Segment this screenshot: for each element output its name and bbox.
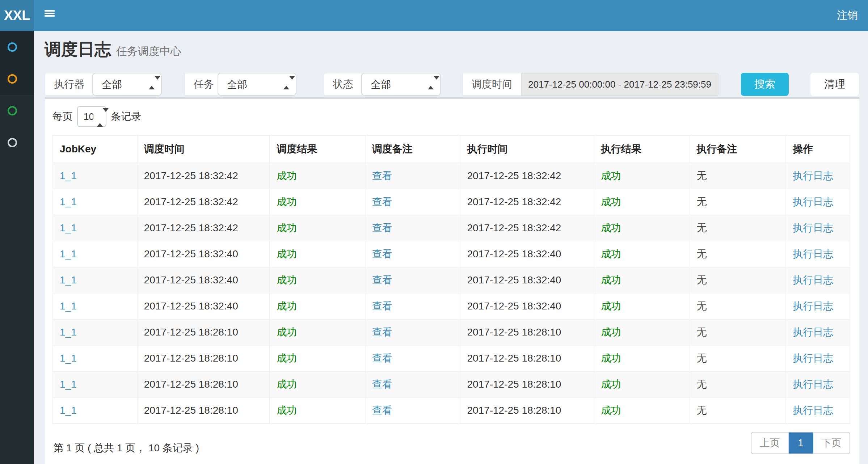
handle-result-cell: 成功 [601, 300, 621, 312]
job-key-link[interactable]: 1_1 [60, 196, 77, 207]
handle-msg-cell: 无 [697, 353, 707, 364]
main-content: 调度日志任务调度中心 执行器 全部 任务 全部 状态 [34, 31, 868, 464]
execution-log-link[interactable]: 执行日志 [793, 300, 833, 312]
job-key-link[interactable]: 1_1 [60, 170, 77, 181]
trigger-result-cell: 成功 [277, 170, 297, 181]
sidebar-item-job-manage[interactable] [0, 63, 34, 95]
table-row: 1_12017-12-25 18:32:40成功查看2017-12-25 18:… [53, 293, 850, 319]
trigger-msg-link[interactable]: 查看 [372, 353, 392, 364]
handle-result-cell: 成功 [601, 405, 621, 416]
job-key-link[interactable]: 1_1 [60, 274, 77, 286]
table-row: 1_12017-12-25 18:32:42成功查看2017-12-25 18:… [53, 215, 850, 241]
page-title: 调度日志 [45, 40, 111, 59]
handle-msg-cell: 无 [697, 274, 707, 286]
table-row: 1_12017-12-25 18:28:10成功查看2017-12-25 18:… [53, 319, 850, 345]
handle-result-cell: 成功 [601, 248, 621, 260]
trigger-result-cell: 成功 [277, 300, 297, 312]
trigger-msg-link[interactable]: 查看 [372, 248, 392, 260]
table-footer: 第 1 页 ( 总共 1 页， 10 条记录 ) 上页 1 下页 [52, 432, 850, 464]
trigger-result-cell: 成功 [277, 274, 297, 286]
sidebar-item-dashboard[interactable] [0, 31, 34, 63]
table-row: 1_12017-12-25 18:32:40成功查看2017-12-25 18:… [53, 267, 850, 293]
job-key-link[interactable]: 1_1 [60, 326, 77, 338]
trigger-result-cell: 成功 [277, 353, 297, 364]
hamburger-icon [45, 10, 55, 12]
circle-icon [8, 138, 17, 147]
column-header-trigger-msg: 调度备注 [365, 135, 460, 163]
trigger-time-cell: 2017-12-25 18:32:42 [144, 196, 238, 207]
log-panel: 每页 10 条记录 JobKey 调度时间 调度结果 调度备注 执行 [45, 97, 859, 464]
execution-log-link[interactable]: 执行日志 [793, 170, 833, 181]
executor-filter-group: 执行器 全部 [45, 73, 162, 96]
execution-log-link[interactable]: 执行日志 [793, 274, 833, 286]
status-filter-label: 状态 [324, 73, 361, 96]
sidebar-item-job-log[interactable] [0, 95, 34, 127]
next-page-button[interactable]: 下页 [813, 433, 850, 454]
execution-log-link[interactable]: 执行日志 [793, 326, 833, 338]
executor-select[interactable]: 全部 [92, 73, 162, 96]
handle-time-cell: 2017-12-25 18:32:42 [467, 222, 561, 233]
job-key-link[interactable]: 1_1 [60, 222, 77, 233]
handle-time-cell: 2017-12-25 18:32:40 [467, 300, 561, 312]
table-row: 1_12017-12-25 18:32:40成功查看2017-12-25 18:… [53, 241, 850, 267]
trigger-msg-link[interactable]: 查看 [372, 170, 392, 181]
job-key-link[interactable]: 1_1 [60, 379, 77, 390]
execution-log-link[interactable]: 执行日志 [793, 248, 833, 260]
handle-time-cell: 2017-12-25 18:28:10 [467, 326, 561, 338]
trigger-msg-link[interactable]: 查看 [372, 196, 392, 207]
trigger-msg-link[interactable]: 查看 [372, 222, 392, 233]
trigger-time-cell: 2017-12-25 18:28:10 [144, 326, 238, 338]
trigger-result-cell: 成功 [277, 196, 297, 207]
search-button[interactable]: 搜索 [741, 73, 789, 96]
trigger-time-cell: 2017-12-25 18:32:40 [144, 248, 238, 260]
sidebar-toggle-button[interactable] [45, 10, 55, 17]
handle-msg-cell: 无 [697, 196, 707, 207]
status-select[interactable]: 全部 [361, 73, 441, 96]
handle-msg-cell: 无 [697, 379, 707, 390]
trigger-msg-link[interactable]: 查看 [372, 405, 392, 416]
trigger-msg-link[interactable]: 查看 [372, 300, 392, 312]
execution-log-link[interactable]: 执行日志 [793, 222, 833, 233]
trigger-time-cell: 2017-12-25 18:32:42 [144, 170, 238, 181]
execution-log-link[interactable]: 执行日志 [793, 196, 833, 207]
trigger-time-cell: 2017-12-25 18:32:40 [144, 274, 238, 286]
content-header: 调度日志任务调度中心 [34, 31, 868, 59]
trigger-result-cell: 成功 [277, 222, 297, 233]
handle-result-cell: 成功 [601, 170, 621, 181]
job-key-link[interactable]: 1_1 [60, 248, 77, 260]
job-key-link[interactable]: 1_1 [60, 405, 77, 416]
app-logo[interactable]: XXL [0, 0, 34, 31]
execution-log-link[interactable]: 执行日志 [793, 353, 833, 364]
trigger-msg-link[interactable]: 查看 [372, 326, 392, 338]
handle-msg-cell: 无 [697, 326, 707, 338]
handle-result-cell: 成功 [601, 274, 621, 286]
handle-msg-cell: 无 [697, 248, 707, 260]
job-key-link[interactable]: 1_1 [60, 300, 77, 312]
log-table-body: 1_12017-12-25 18:32:42成功查看2017-12-25 18:… [53, 163, 850, 423]
trigger-time-range-input[interactable] [521, 73, 719, 96]
handle-time-cell: 2017-12-25 18:28:10 [467, 405, 561, 416]
column-header-trigger-result: 调度结果 [270, 135, 365, 163]
execution-log-link[interactable]: 执行日志 [793, 405, 833, 416]
circle-icon [8, 42, 17, 52]
column-header-trigger-time: 调度时间 [137, 135, 270, 163]
current-page-button[interactable]: 1 [789, 433, 813, 454]
handle-time-cell: 2017-12-25 18:32:42 [467, 170, 561, 181]
column-header-handle-result: 执行结果 [594, 135, 690, 163]
sidebar [0, 31, 34, 464]
clear-log-button[interactable]: 清理 [810, 73, 859, 96]
trigger-msg-link[interactable]: 查看 [372, 274, 392, 286]
trigger-time-filter-label: 调度时间 [462, 73, 521, 96]
job-filter-label: 任务 [184, 73, 218, 96]
pagination: 上页 1 下页 [751, 432, 850, 454]
logout-link[interactable]: 注销 [827, 0, 868, 31]
job-key-link[interactable]: 1_1 [60, 353, 77, 364]
sidebar-item-executor-manage[interactable] [0, 127, 34, 159]
execution-log-link[interactable]: 执行日志 [793, 379, 833, 390]
job-select[interactable]: 全部 [218, 73, 296, 96]
page-length-select[interactable]: 10 [77, 106, 106, 127]
trigger-msg-link[interactable]: 查看 [372, 379, 392, 390]
trigger-result-cell: 成功 [277, 326, 297, 338]
prev-page-button[interactable]: 上页 [751, 433, 789, 454]
page-length-suffix: 条记录 [111, 110, 141, 123]
